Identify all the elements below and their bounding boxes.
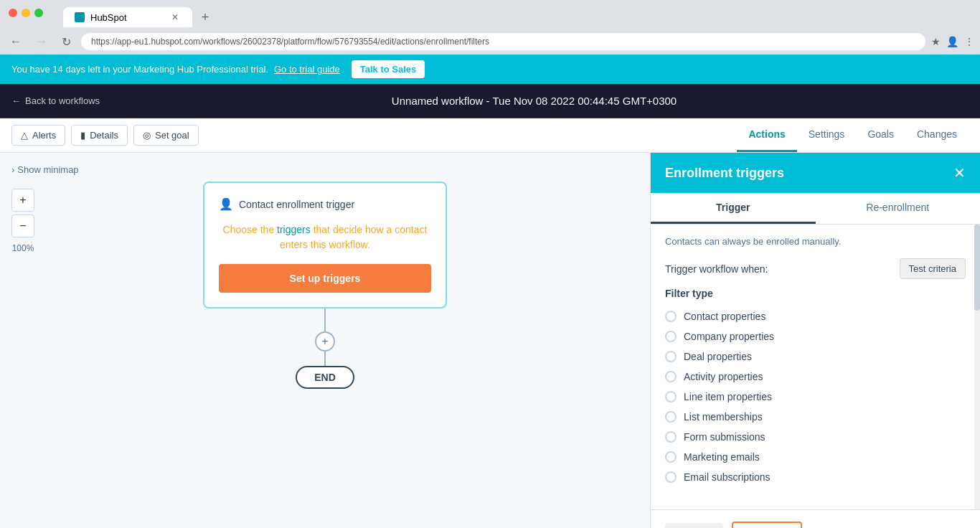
save-button[interactable]: Save xyxy=(665,523,723,528)
cancel-button[interactable]: Cancel xyxy=(732,522,802,528)
filter-option-form[interactable]: Form submissions xyxy=(665,431,963,443)
filter-option-contact[interactable]: Contact properties xyxy=(665,311,963,322)
trigger-card[interactable]: 👤 Contact enrollment trigger Choose the … xyxy=(203,182,447,308)
address-bar[interactable]: https://app-eu1.hubspot.com/workflows/26… xyxy=(81,33,925,50)
new-tab-button[interactable]: + xyxy=(195,7,215,27)
show-minimap-toggle[interactable]: › Show minimap xyxy=(11,164,79,175)
workflow-flow: 👤 Contact enrollment trigger Choose the … xyxy=(0,153,650,389)
test-criteria-button[interactable]: Test criteria xyxy=(900,258,966,279)
filter-option-activity-label: Activity properties xyxy=(684,371,763,382)
workflow-canvas[interactable]: › Show minimap + − 100% 👤 Contact enroll… xyxy=(0,153,650,528)
radio-lineitem-properties[interactable] xyxy=(665,391,677,402)
minimize-traffic-light[interactable] xyxy=(22,9,30,17)
tab-label: HubSpot xyxy=(90,12,127,23)
trial-link[interactable]: Go to trial guide xyxy=(274,64,340,75)
trial-bar: You have 14 days left in your Marketing … xyxy=(0,55,980,84)
trial-message: You have 14 days left in your Marketing … xyxy=(11,64,268,75)
workflow-title: Unnamed workflow - Tue Nov 08 2022 00:44… xyxy=(392,95,677,107)
tab-goals[interactable]: Goals xyxy=(856,118,905,152)
filter-option-list-label: List memberships xyxy=(684,411,763,423)
app-header: ← Back to workflows Unnamed workflow - T… xyxy=(0,84,980,118)
connector-line-1 xyxy=(324,308,326,331)
alerts-button[interactable]: △ Alerts xyxy=(11,125,65,146)
radio-activity-properties[interactable] xyxy=(665,371,677,382)
traffic-lights xyxy=(9,9,43,17)
filter-options-list: Contact properties Company properties De… xyxy=(665,311,966,483)
tab-settings[interactable]: Settings xyxy=(797,118,857,152)
trigger-when-label: Trigger workflow when: xyxy=(665,263,768,275)
filter-option-lineitem-label: Line item properties xyxy=(684,391,772,402)
url-text: https://app-eu1.hubspot.com/workflows/26… xyxy=(91,37,489,47)
maximize-traffic-light[interactable] xyxy=(34,9,43,17)
bookmark-icon[interactable]: ★ xyxy=(931,36,941,47)
goal-icon: ◎ xyxy=(143,130,151,141)
talk-to-sales-button[interactable]: Talk to Sales xyxy=(352,60,425,78)
browser-chrome: HubSpot ✕ + ← → ↻ https://app-eu1.hubspo… xyxy=(0,0,980,55)
details-icon: ▮ xyxy=(80,130,85,141)
alerts-icon: △ xyxy=(21,130,28,141)
radio-deal-properties[interactable] xyxy=(665,351,677,362)
browser-tab-active[interactable]: HubSpot ✕ xyxy=(63,7,192,27)
set-goal-label: Set goal xyxy=(155,130,189,141)
panel-info-text: Contacts can always be enrolled manually… xyxy=(665,236,966,247)
radio-list-memberships[interactable] xyxy=(665,411,677,423)
details-button[interactable]: ▮ Details xyxy=(71,125,128,146)
panel-tabs: Trigger Re-enrollment xyxy=(651,193,980,225)
filter-option-list[interactable]: List memberships xyxy=(665,411,963,423)
filter-option-deal-label: Deal properties xyxy=(684,351,752,362)
radio-email-subscriptions[interactable] xyxy=(665,471,677,483)
triggers-highlight: triggers xyxy=(277,224,311,235)
filter-option-form-label: Form submissions xyxy=(684,431,765,443)
panel-title: Enrollment triggers xyxy=(665,166,784,181)
panel-tab-reenrollment[interactable]: Re-enrollment xyxy=(816,193,981,224)
main-nav-tabs: Actions Settings Goals Changes xyxy=(737,118,969,152)
tab-changes[interactable]: Changes xyxy=(905,118,969,152)
radio-contact-properties[interactable] xyxy=(665,311,677,322)
filter-option-marketing[interactable]: Marketing emails xyxy=(665,451,963,463)
menu-icon[interactable]: ⋮ xyxy=(964,36,974,47)
filter-option-lineitem[interactable]: Line item properties xyxy=(665,391,963,402)
trigger-card-body: Choose the triggers that decide how a co… xyxy=(219,222,431,253)
canvas-zoom-controls: + − 100% xyxy=(11,189,34,253)
filter-option-marketing-label: Marketing emails xyxy=(684,451,760,463)
close-traffic-light[interactable] xyxy=(9,9,17,17)
set-goal-button[interactable]: ◎ Set goal xyxy=(133,125,199,146)
chevron-right-icon: › xyxy=(11,164,14,175)
end-node: END xyxy=(296,366,354,389)
tab-actions[interactable]: Actions xyxy=(737,118,796,152)
user-icon: 👤 xyxy=(219,197,233,211)
filter-option-company[interactable]: Company properties xyxy=(665,331,963,342)
panel-close-button[interactable]: ✕ xyxy=(953,164,966,182)
zoom-in-button[interactable]: + xyxy=(11,189,34,212)
radio-marketing-emails[interactable] xyxy=(665,451,677,463)
filter-type-heading: Filter type xyxy=(665,288,966,299)
radio-form-submissions[interactable] xyxy=(665,431,677,443)
back-to-workflows-link[interactable]: ← Back to workflows xyxy=(11,95,100,106)
profile-icon[interactable]: 👤 xyxy=(946,36,958,47)
browser-action-icons: ★ 👤 ⋮ xyxy=(931,36,974,47)
filter-option-deal[interactable]: Deal properties xyxy=(665,351,963,362)
filter-option-email-subs[interactable]: Email subscriptions xyxy=(665,471,963,483)
zoom-out-button[interactable]: − xyxy=(11,214,34,237)
main-area: › Show minimap + − 100% 👤 Contact enroll… xyxy=(0,153,980,528)
setup-triggers-button[interactable]: Set up triggers xyxy=(219,264,431,293)
filter-option-activity[interactable]: Activity properties xyxy=(665,371,963,382)
reload-button[interactable]: ↻ xyxy=(57,34,75,50)
trigger-when-row: Trigger workflow when: Test criteria xyxy=(665,258,966,279)
forward-button[interactable]: → xyxy=(32,34,52,50)
back-button[interactable]: ← xyxy=(6,34,26,50)
panel-footer: Save Cancel xyxy=(651,509,980,528)
panel-tab-trigger[interactable]: Trigger xyxy=(651,193,816,224)
sub-nav: △ Alerts ▮ Details ◎ Set goal Actions Se… xyxy=(0,118,980,153)
add-step-button[interactable]: + xyxy=(315,331,335,352)
details-label: Details xyxy=(90,130,118,141)
trigger-card-header: 👤 Contact enrollment trigger xyxy=(219,197,431,211)
show-minimap-label: Show minimap xyxy=(17,164,78,175)
scrollbar-thumb[interactable] xyxy=(974,225,980,311)
tab-close-button[interactable]: ✕ xyxy=(169,11,181,23)
radio-company-properties[interactable] xyxy=(665,331,677,342)
filter-option-company-label: Company properties xyxy=(684,331,774,342)
enrollment-triggers-panel: Enrollment triggers ✕ Trigger Re-enrollm… xyxy=(650,153,980,528)
panel-header: Enrollment triggers ✕ xyxy=(651,153,980,193)
trigger-card-title: Contact enrollment trigger xyxy=(239,199,354,210)
